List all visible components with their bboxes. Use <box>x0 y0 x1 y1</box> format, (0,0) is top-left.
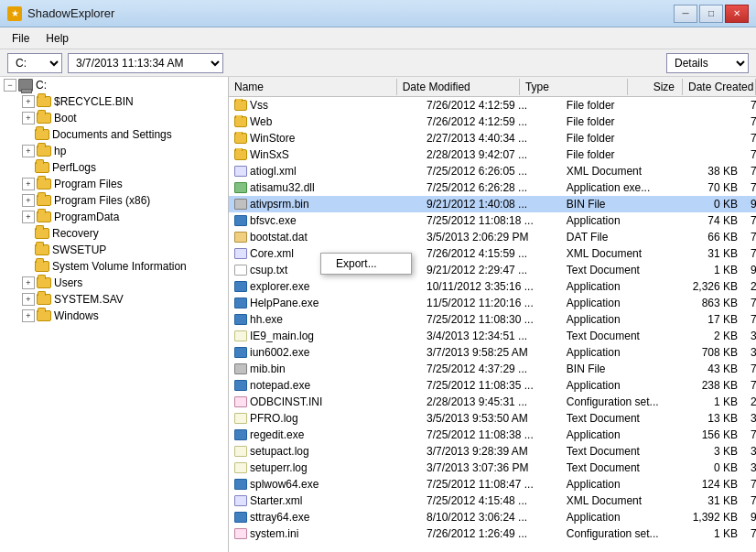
table-row[interactable]: bootstat.dat 3/5/2013 2:06:29 PM DAT Fil… <box>229 229 756 245</box>
tree-expander[interactable]: + <box>22 309 35 322</box>
table-row[interactable]: bfsvc.exe 7/25/2012 11:08:18 ... Applica… <box>229 212 756 229</box>
table-row[interactable]: WinStore 2/27/2013 4:40:34 ... File fold… <box>229 130 756 146</box>
table-row[interactable]: iun6002.exe 3/7/2013 9:58:25 AM Applicat… <box>229 344 756 361</box>
maximize-button[interactable]: □ <box>699 5 723 23</box>
tree-expander[interactable]: + <box>22 112 35 124</box>
tree-item[interactable]: +ProgramData <box>0 209 228 225</box>
tree-item[interactable]: +hp <box>0 143 228 159</box>
file-date-cell: 7/26/2012 4:12:59 ... <box>421 99 561 112</box>
file-date-cell: 7/25/2012 11:08:38 ... <box>421 428 561 441</box>
tree-item[interactable]: Documents and Settings <box>0 126 228 143</box>
table-row[interactable]: WinSxS 2/28/2013 9:42:07 ... File folder… <box>229 146 756 163</box>
file-type-cell: File folder <box>561 132 684 145</box>
tree-expander[interactable]: + <box>22 145 35 157</box>
tree-expander[interactable]: + <box>22 194 35 207</box>
file-type-icon <box>234 265 247 276</box>
table-row[interactable]: explorer.exe 10/11/2012 3:35:16 ... Appl… <box>229 278 756 295</box>
file-size-cell: 38 KB <box>684 165 745 178</box>
file-created-cell: 7/26/2012 4 <box>745 99 756 112</box>
tree-item[interactable]: SWSETUP <box>0 242 228 258</box>
file-size-cell: 2,326 KB <box>684 280 745 293</box>
table-row[interactable]: sttray64.exe 8/10/2012 3:06:24 ... Appli… <box>229 509 756 525</box>
file-list-body[interactable]: Vss 7/26/2012 4:12:59 ... File folder 7/… <box>229 97 756 552</box>
table-row[interactable]: HelpPane.exe 11/5/2012 11:20:16 ... Appl… <box>229 295 756 311</box>
col-header-date[interactable]: Date Modified <box>397 79 520 95</box>
tree-expander[interactable]: + <box>22 178 35 190</box>
file-size-cell: 156 KB <box>684 428 745 441</box>
file-type-icon <box>234 479 247 490</box>
tree-item[interactable]: +Users <box>0 275 228 291</box>
file-type-icon <box>234 215 247 226</box>
table-row[interactable]: csup.txt 9/21/2012 2:29:47 ... Text Docu… <box>229 262 756 278</box>
file-name-cell: Vss <box>229 99 421 112</box>
tree-expander[interactable]: + <box>22 293 35 306</box>
tree-item[interactable]: +Program Files <box>0 176 228 192</box>
file-date-cell: 3/7/2013 9:58:25 AM <box>421 346 561 359</box>
tree-item[interactable]: +Program Files (x86) <box>0 192 228 209</box>
file-size-cell: 708 KB <box>684 346 745 359</box>
tree-item[interactable]: +Boot <box>0 110 228 126</box>
table-row[interactable]: ODBCINST.INI 2/28/2013 9:45:31 ... Confi… <box>229 394 756 410</box>
file-type-cell: Configuration set... <box>561 395 684 408</box>
file-created-cell: 7/26/2012 4 <box>745 115 756 128</box>
table-row[interactable]: setupact.log 3/7/2013 9:28:39 AM Text Do… <box>229 443 756 460</box>
tree-expander[interactable]: + <box>22 211 35 223</box>
file-type-cell: File folder <box>561 99 684 112</box>
tree-item-label: SYSTEM.SAV <box>54 293 124 306</box>
tree-item[interactable]: Recovery <box>0 225 228 242</box>
col-header-type[interactable]: Type <box>520 79 628 95</box>
table-row[interactable]: IE9_main.log 3/4/2013 12:34:51 ... Text … <box>229 328 756 344</box>
tree-expander[interactable]: + <box>22 276 35 289</box>
drive-select[interactable]: C: <box>7 53 62 73</box>
date-select[interactable]: 3/7/2013 11:13:34 AM <box>68 53 223 73</box>
tree-root[interactable]: − C: <box>0 77 228 93</box>
table-row[interactable]: Web 7/26/2012 4:12:59 ... File folder 7/… <box>229 114 756 130</box>
tree-item[interactable]: +$RECYCLE.BIN <box>0 93 228 110</box>
table-row[interactable]: PFRO.log 3/5/2013 9:53:50 AM Text Docume… <box>229 410 756 427</box>
tree-item-label: Windows <box>54 309 99 322</box>
tree-item[interactable]: PerfLogs <box>0 159 228 176</box>
tree-root-expander[interactable]: − <box>4 79 16 92</box>
table-row[interactable]: ativpsrm.bin 9/21/2012 1:40:08 ... BIN F… <box>229 196 756 212</box>
table-row[interactable]: Vss 7/26/2012 4:12:59 ... File folder 7/… <box>229 97 756 114</box>
file-date-cell: 8/10/2012 3:06:24 ... <box>421 511 561 524</box>
computer-icon <box>18 79 33 92</box>
table-row[interactable]: Starter.xml 7/25/2012 4:15:48 ... XML Do… <box>229 492 756 509</box>
table-row[interactable]: splwow64.exe 7/25/2012 11:08:47 ... Appl… <box>229 476 756 492</box>
file-size-cell: 2 KB <box>684 330 745 342</box>
close-button[interactable]: ✕ <box>725 5 749 23</box>
table-row[interactable]: atiogl.xml 7/25/2012 6:26:05 ... XML Doc… <box>229 163 756 179</box>
col-header-name[interactable]: Name <box>229 79 397 95</box>
file-type-icon <box>234 429 247 440</box>
menu-help[interactable]: Help <box>38 29 77 48</box>
table-row[interactable]: Core.xml 7/26/2012 4:15:59 ... XML Docum… <box>229 245 756 262</box>
tree-item-label: ProgramData <box>54 211 119 223</box>
title-bar-left: ★ ShadowExplorer <box>7 6 114 21</box>
folder-icon <box>37 277 51 288</box>
file-type-icon <box>234 182 247 193</box>
table-row[interactable]: atisamu32.dll 7/25/2012 6:26:28 ... Appl… <box>229 179 756 196</box>
file-size-cell: 31 KB <box>684 494 745 507</box>
col-header-created[interactable]: Date Created <box>683 79 756 95</box>
file-type-icon <box>234 149 247 160</box>
file-size-cell: 863 KB <box>684 297 745 309</box>
table-row[interactable]: mib.bin 7/25/2012 4:37:29 ... BIN File 4… <box>229 361 756 377</box>
table-row[interactable]: regedit.exe 7/25/2012 11:08:38 ... Appli… <box>229 427 756 443</box>
col-header-size[interactable]: Size <box>628 79 683 95</box>
table-row[interactable]: notepad.exe 7/25/2012 11:08:35 ... Appli… <box>229 377 756 394</box>
tree-item[interactable]: System Volume Information <box>0 258 228 275</box>
tree-item[interactable]: +SYSTEM.SAV <box>0 291 228 308</box>
folder-icon <box>37 195 51 206</box>
table-row[interactable]: system.ini 7/26/2012 1:26:49 ... Configu… <box>229 525 756 542</box>
table-row[interactable]: setuperr.log 3/7/2013 3:07:36 PM Text Do… <box>229 460 756 476</box>
table-row[interactable]: hh.exe 7/25/2012 11:08:30 ... Applicatio… <box>229 311 756 328</box>
file-name-cell: iun6002.exe <box>229 346 421 359</box>
folder-icon <box>37 96 51 107</box>
menu-file[interactable]: File <box>4 29 38 48</box>
tree-item[interactable]: +Windows <box>0 308 228 324</box>
tree-expander[interactable]: + <box>22 95 35 108</box>
view-select[interactable]: Details List Icons <box>666 53 749 73</box>
minimize-button[interactable]: ─ <box>674 5 697 23</box>
file-type-icon <box>234 396 247 407</box>
context-menu-export[interactable]: Export... <box>321 254 411 274</box>
